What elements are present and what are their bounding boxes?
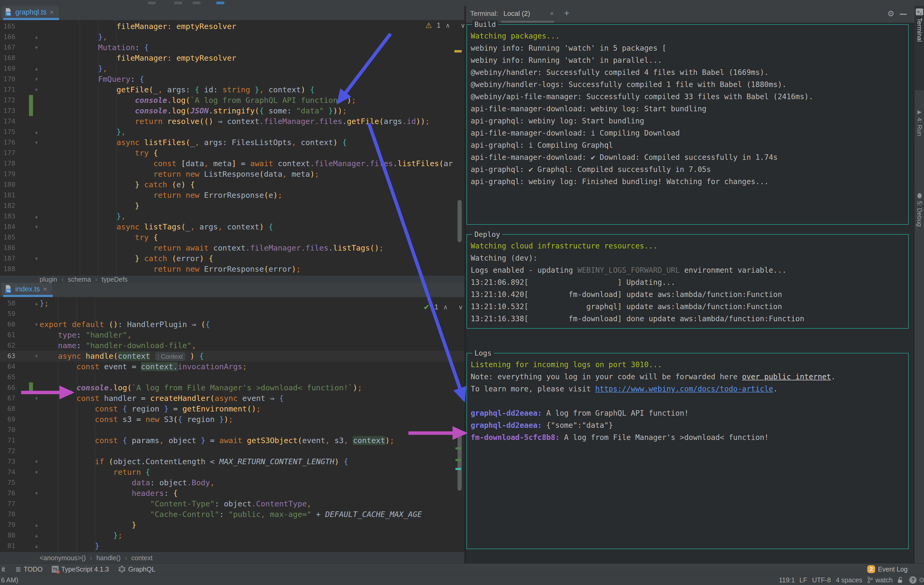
fold-marker-icon[interactable]: ▴ xyxy=(33,63,40,74)
code-line-72[interactable]: 72 xyxy=(0,446,465,456)
breadcrumb-item[interactable]: schema xyxy=(68,275,91,283)
fold-marker-icon[interactable]: ▾ xyxy=(33,456,40,467)
code-line-179[interactable]: 179 return new ListResponse(data, meta); xyxy=(0,169,465,180)
todo-item[interactable]: ≣ TODO xyxy=(15,564,43,575)
code-line-64[interactable]: 64 const event = context.invocationArgs; xyxy=(0,361,465,372)
close-icon[interactable]: × xyxy=(50,9,54,16)
code-line-185[interactable]: 185 try { xyxy=(0,232,465,243)
indent-style[interactable]: 4 spaces xyxy=(836,575,862,585)
breadcrumb-item[interactable]: context xyxy=(131,554,153,562)
code-line-75[interactable]: 75 data: object.Body, xyxy=(0,477,465,488)
code-line-69[interactable]: 69 const s3 = new S3({ region }); xyxy=(0,414,465,425)
code-line-78[interactable]: 78 "Cache-Control": "public, max-age=" +… xyxy=(0,509,465,519)
code-line-80[interactable]: 80▴ }; xyxy=(0,530,465,541)
code-line-183[interactable]: 183▴ }, xyxy=(0,211,465,222)
code-line-62[interactable]: 62 name: "handler-download-file", xyxy=(0,340,465,351)
gear-icon[interactable]: ⚙ xyxy=(887,9,894,18)
code-line-76[interactable]: 76▾ headers: { xyxy=(0,488,465,498)
code-line-79[interactable]: 79▴ } xyxy=(0,519,465,530)
code-line-184[interactable]: 184▾ async listTags(_, args, context) { xyxy=(0,222,465,232)
code-line-177[interactable]: 177 try { xyxy=(0,148,465,158)
code-line-178[interactable]: 178 const [data, meta] = await context.f… xyxy=(0,158,465,169)
editor-scrollbar-thumb[interactable] xyxy=(457,200,462,242)
help-item[interactable]: ? ⚙ xyxy=(909,575,924,585)
caret-position[interactable]: 119:1 xyxy=(779,575,795,585)
typescript-item[interactable]: TS TypeScript 4.1.3 xyxy=(52,564,109,575)
code-line-166[interactable]: 166▴ }, xyxy=(0,32,465,42)
terminal-tab-local[interactable]: Local (2) xyxy=(503,10,530,18)
code-line-170[interactable]: 170▾ FmQuery: { xyxy=(0,74,465,84)
code-line-58[interactable]: 58▴}; xyxy=(0,298,465,308)
fold-marker-icon[interactable]: ▾ xyxy=(33,222,40,232)
fold-marker-icon[interactable]: ▴ xyxy=(33,32,40,42)
line-separator[interactable]: LF xyxy=(799,575,807,585)
tab-index-ts[interactable]: TS index.ts × xyxy=(2,283,52,295)
code-line-172[interactable]: 172 console.log(`A log from GraphQL API … xyxy=(0,95,465,105)
toolstrip-terminal[interactable]: >_ Terminal xyxy=(915,6,924,90)
code-line-81[interactable]: 81▴ } xyxy=(0,541,465,551)
editor-graphql-ts[interactable]: 164 Query: {165 fileManager: emptyResolv… xyxy=(0,20,465,275)
fold-marker-icon[interactable]: ▾ xyxy=(33,393,40,404)
fold-marker-icon[interactable]: ▾ xyxy=(33,42,40,53)
code-line-73[interactable]: 73▾ if (object.ContentLength < MAX_RETUR… xyxy=(0,456,465,467)
breadcrumb-item[interactable]: <anonymous>() xyxy=(40,554,86,562)
event-log-item[interactable]: 2 Event Log xyxy=(867,564,908,575)
fold-marker-icon[interactable]: ▴ xyxy=(33,541,40,551)
code-line-168[interactable]: 168 fileManager: emptyResolver xyxy=(0,53,465,63)
code-line-63[interactable]: 63▾ async handle(context : Context ) { xyxy=(0,351,465,361)
editor-index-ts[interactable]: 58▴};5960▾export default (): HandlerPlug… xyxy=(0,297,465,552)
new-terminal-icon[interactable]: + xyxy=(564,8,569,18)
fold-marker-icon[interactable]: ▴ xyxy=(33,211,40,222)
close-icon[interactable]: × xyxy=(550,10,554,18)
code-line-173[interactable]: 173 console.log(JSON.stringify({ some: "… xyxy=(0,105,465,116)
code-line-188[interactable]: 188 return new ErrorResponse(error); xyxy=(0,264,465,274)
file-encoding[interactable]: UTF-8 xyxy=(812,575,831,585)
terminal-link[interactable]: https://www.webiny.com/docs/todo-article xyxy=(595,384,773,393)
fold-marker-icon[interactable]: ▴ xyxy=(33,530,40,541)
fold-marker-icon[interactable]: ▾ xyxy=(33,84,40,95)
inspection-widget-graphql[interactable]: ⚠ 1 ∧ ∨ xyxy=(425,21,465,30)
fold-marker-icon[interactable]: ▴ xyxy=(33,298,40,308)
lock-item[interactable] xyxy=(897,575,903,585)
code-line-174[interactable]: 174 return resolve(() ⇒ context.fileMana… xyxy=(0,116,465,127)
breadcrumb-item[interactable]: plugin xyxy=(40,275,57,283)
code-line-70[interactable]: 70 xyxy=(0,425,465,435)
code-line-165[interactable]: 165 fileManager: emptyResolver xyxy=(0,21,465,32)
next-problem-icon[interactable]: ∨ xyxy=(458,303,463,311)
code-line-59[interactable]: 59 xyxy=(0,308,465,319)
next-problem-icon[interactable]: ∨ xyxy=(461,22,465,29)
fold-marker-icon[interactable]: ▾ xyxy=(33,137,40,148)
prev-problem-icon[interactable]: ∧ xyxy=(446,22,450,29)
code-line-65[interactable]: 65 xyxy=(0,372,465,382)
prev-problem-icon[interactable]: ∧ xyxy=(443,303,448,311)
tab-graphql-ts[interactable]: TS graphql.ts × xyxy=(2,6,59,18)
toolstrip-run[interactable]: ▶ 4: Run xyxy=(915,106,924,175)
code-line-182[interactable]: 182 } xyxy=(0,201,465,211)
code-line-74[interactable]: 74▾ return { xyxy=(0,467,465,477)
code-line-175[interactable]: 175▴ }, xyxy=(0,127,465,137)
code-line-180[interactable]: 180 } catch (e) { xyxy=(0,180,465,190)
code-line-167[interactable]: 167▾ Mutation: { xyxy=(0,42,465,53)
code-line-169[interactable]: 169▴ }, xyxy=(0,63,465,74)
code-line-60[interactable]: 60▾export default (): HandlerPlugin ⇒ ({ xyxy=(0,319,465,330)
breadcrumb-item[interactable]: typeDefs xyxy=(102,275,128,283)
code-line-176[interactable]: 176▾ async listFiles(_, args: FilesListO… xyxy=(0,137,465,148)
close-icon[interactable]: × xyxy=(43,286,47,292)
code-line-187[interactable]: 187▾ } catch (error) { xyxy=(0,253,465,264)
code-line-68[interactable]: 68 const { region } = getEnvironment(); xyxy=(0,404,465,414)
code-line-186[interactable]: 186 return await context.fileManager.fil… xyxy=(0,243,465,253)
fold-marker-icon[interactable]: ▾ xyxy=(33,488,40,498)
fold-marker-icon[interactable]: ▾ xyxy=(33,351,40,361)
code-line-67[interactable]: 67▾ const handler = createHandler(async … xyxy=(0,393,465,404)
fold-marker-icon[interactable]: ▾ xyxy=(33,74,40,84)
graphql-item[interactable]: GraphQL xyxy=(118,564,155,575)
inspection-widget-index[interactable]: ✔ 1 ∧ ∨ xyxy=(424,303,463,311)
git-branch-item[interactable]: watch xyxy=(867,575,893,585)
code-line-66[interactable]: 66 console.log(`A log from File Manager'… xyxy=(0,382,465,393)
fold-marker-icon[interactable]: ▴ xyxy=(33,519,40,530)
breadcrumb-item[interactable]: handle() xyxy=(96,554,120,562)
code-line-77[interactable]: 77 "Content-Type": object.ContentType, xyxy=(0,498,465,509)
minimize-icon[interactable] xyxy=(900,14,907,15)
fold-marker-icon[interactable]: ▾ xyxy=(33,319,40,330)
code-line-181[interactable]: 181 return new ErrorResponse(e); xyxy=(0,190,465,201)
